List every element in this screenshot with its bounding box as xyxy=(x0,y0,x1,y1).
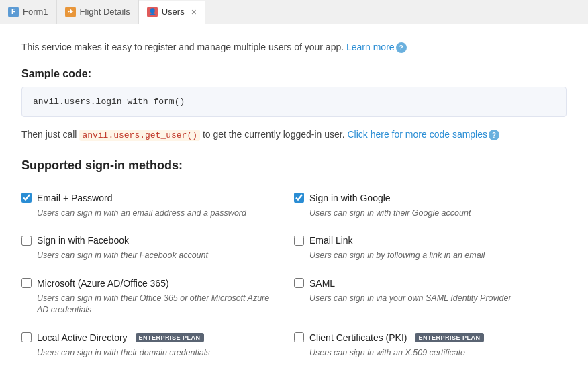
tab-close-icon[interactable]: × xyxy=(191,7,197,17)
learn-more-link[interactable]: Learn more xyxy=(346,42,395,52)
flight-icon: ✈ xyxy=(65,7,76,17)
methods-grid: Email + PasswordUsers can sign in with a… xyxy=(21,185,567,367)
label-email-link: Email Link xyxy=(309,235,353,246)
desc-google: Users can sign in with their Google acco… xyxy=(294,208,550,220)
desc-email-link: Users can sign in by following a link in… xyxy=(294,250,550,262)
then-text-before: Then just call xyxy=(21,129,77,140)
checkbox-facebook[interactable] xyxy=(21,236,32,246)
inline-code: anvil.users.get_user() xyxy=(79,130,200,141)
method-item-google: Sign in with GoogleUsers can sign in wit… xyxy=(294,185,567,228)
label-saml: SAML xyxy=(309,278,335,289)
label-microsoft: Microsoft (Azure AD/Office 365) xyxy=(37,278,169,289)
tab-users-label: Users xyxy=(162,7,185,17)
method-item-saml: SAMLUsers can sign in via your own SAML … xyxy=(294,270,567,324)
tab-flight-label: Flight Details xyxy=(80,7,130,17)
label-email-password: Email + Password xyxy=(37,193,112,203)
sample-code-section: Sample code: anvil.users.login_with_form… xyxy=(21,68,567,117)
form1-icon: F xyxy=(8,7,19,17)
tab-bar: F Form1 ✈ Flight Details 👤 Users × xyxy=(0,0,588,24)
intro-text: This service makes it easy to register a… xyxy=(21,42,344,52)
method-item-local-active-directory: Local Active DirectoryENTERPRISE PLANUse… xyxy=(21,324,294,367)
checkbox-saml[interactable] xyxy=(294,278,304,288)
checkbox-microsoft[interactable] xyxy=(21,278,32,288)
sign-in-title: Supported sign-in methods: xyxy=(21,158,567,173)
desc-client-certificates: Users can sign in with an X.509 certific… xyxy=(294,347,550,359)
intro-paragraph: This service makes it easy to register a… xyxy=(21,40,567,54)
label-local-active-directory: Local Active Directory xyxy=(37,332,128,343)
sample-code-title: Sample code: xyxy=(21,68,567,80)
method-item-email-link: Email LinkUsers can sign in by following… xyxy=(294,227,567,270)
help-icon-intro[interactable]: ? xyxy=(396,42,407,53)
enterprise-badge-client-certificates: ENTERPRISE PLAN xyxy=(415,333,483,342)
then-text-paragraph: Then just call anvil.users.get_user() to… xyxy=(21,128,567,142)
code-samples-link[interactable]: Click here for more code samples xyxy=(347,129,487,140)
tab-form1[interactable]: F Form1 xyxy=(0,0,57,24)
label-facebook: Sign in with Facebook xyxy=(37,235,129,246)
checkbox-email-password[interactable] xyxy=(21,193,32,203)
method-item-facebook: Sign in with FacebookUsers can sign in w… xyxy=(21,227,294,270)
method-item-client-certificates: Client Certificates (PKI)ENTERPRISE PLAN… xyxy=(294,324,567,367)
enterprise-badge-local-active-directory: ENTERPRISE PLAN xyxy=(136,333,204,342)
label-google: Sign in with Google xyxy=(309,193,391,203)
sign-in-section: Supported sign-in methods: Email + Passw… xyxy=(21,158,567,367)
desc-facebook: Users can sign in with their Facebook ac… xyxy=(21,250,278,262)
tab-form1-label: Form1 xyxy=(23,7,48,17)
desc-saml: Users can sign in via your own SAML Iden… xyxy=(294,293,550,305)
tab-users[interactable]: 👤 Users × xyxy=(139,1,205,24)
code-block: anvil.users.login_with_form() xyxy=(21,87,567,117)
desc-local-active-directory: Users can sign in with their domain cred… xyxy=(21,347,278,359)
method-item-email-password: Email + PasswordUsers can sign in with a… xyxy=(21,185,294,228)
checkbox-google[interactable] xyxy=(294,193,304,203)
checkbox-email-link[interactable] xyxy=(294,236,304,246)
desc-email-password: Users can sign in with an email address … xyxy=(21,208,278,220)
tab-flight-details[interactable]: ✈ Flight Details xyxy=(57,0,139,24)
checkbox-local-active-directory[interactable] xyxy=(21,332,32,342)
desc-microsoft: Users can sign in with their Office 365 … xyxy=(21,293,278,316)
method-item-microsoft: Microsoft (Azure AD/Office 365)Users can… xyxy=(21,270,294,324)
checkbox-client-certificates[interactable] xyxy=(294,332,304,342)
label-client-certificates: Client Certificates (PKI) xyxy=(309,332,407,343)
then-text-after: to get the currently logged-in user. xyxy=(203,129,345,140)
users-icon: 👤 xyxy=(147,7,158,17)
main-content: This service makes it easy to register a… xyxy=(0,24,588,368)
help-icon-code[interactable]: ? xyxy=(489,130,499,140)
